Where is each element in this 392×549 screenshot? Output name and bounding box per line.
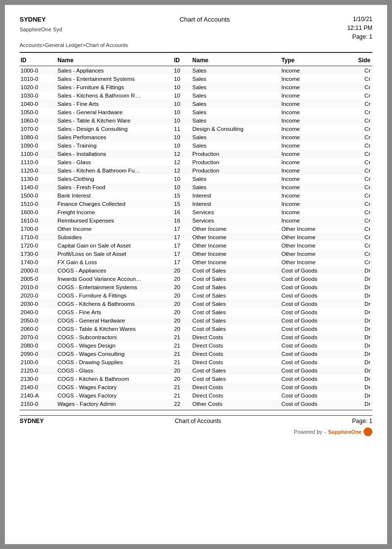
table-row: 1720-0Capital Gain on Sale of Asset17Oth… (20, 241, 372, 250)
cell-id1: 2140-0 (20, 383, 56, 391)
cell-name1: COGS - Subcontractors (56, 333, 173, 341)
cell-type: Income (280, 183, 348, 191)
table-row: 2030-0COGS - Kitchens & Bathrooms20Cost … (20, 299, 372, 308)
cell-id2: 10 (173, 141, 192, 150)
cell-type: Cost of Goods (280, 316, 348, 324)
cell-type: Income (280, 166, 348, 175)
cell-id2: 10 (173, 175, 192, 183)
cell-id1: 2020-0 (20, 291, 56, 299)
cell-id1: 1700-0 (20, 225, 56, 233)
cell-id1: 1110-0 (20, 158, 56, 166)
cell-id1: 1090-0 (20, 141, 56, 150)
cell-side: Cr (348, 200, 372, 208)
cell-type: Income (280, 66, 348, 75)
cell-name2: Direct Costs (192, 358, 281, 366)
cell-side: Dr (348, 291, 372, 299)
cell-side: Cr (348, 216, 372, 225)
cell-id2: 12 (173, 166, 192, 175)
cell-side: Cr (348, 83, 372, 91)
cell-side: Dr (348, 349, 372, 358)
cell-id2: 12 (173, 150, 192, 158)
cell-name1: Sales - Kitchen & Bathroom Fu… (56, 166, 173, 175)
cell-name1: Bank Interest (56, 191, 173, 200)
cell-name2: Sales (192, 100, 281, 108)
cell-id1: 1130-0 (20, 175, 56, 183)
cell-name1: COGS - Drawing Supplies (56, 358, 173, 366)
cell-name1: Sales - Fresh Food (56, 183, 173, 191)
cell-type: Cost of Goods (280, 358, 348, 366)
cell-side: Cr (348, 175, 372, 183)
cell-type: Income (280, 208, 348, 216)
cell-side: Cr (348, 225, 372, 233)
cell-name1: Sales - Table & Kitchen Ware (56, 116, 173, 125)
cell-name2: Interest (192, 200, 281, 208)
cell-id2: 15 (173, 200, 192, 208)
col-header-name1: Name (56, 55, 173, 66)
cell-id2: 17 (173, 241, 192, 250)
cell-type: Income (280, 100, 348, 108)
footer-report-title: Chart of Accounts (175, 418, 221, 424)
cell-id2: 11 (173, 125, 192, 133)
company-name: SYDNEY (20, 15, 62, 25)
subtitle: SapphireOne Syd (20, 25, 62, 34)
cell-name2: Other Costs (192, 399, 281, 408)
cell-name1: COGS - Wages Factory (56, 383, 173, 391)
cell-name1: COGS - Wages Factory (56, 391, 173, 399)
cell-type: Cost of Goods (280, 349, 348, 358)
cell-name2: Direct Costs (192, 383, 281, 391)
cell-id1: 1510-0 (20, 200, 56, 208)
cell-id1: 1070-0 (20, 125, 56, 133)
cell-type: Other Income (280, 241, 348, 250)
cell-type: Cost of Goods (280, 291, 348, 299)
cell-name2: Other Income (192, 250, 281, 258)
sapphireone-logo-icon (364, 427, 372, 436)
cell-side: Dr (348, 316, 372, 324)
table-body: 1000-0Sales - Appliances10SalesIncomeCr1… (20, 66, 372, 408)
cell-name1: COGS - Furniture & Fittings (56, 291, 173, 299)
cell-id2: 21 (173, 358, 192, 366)
cell-type: Cost of Goods (280, 341, 348, 349)
cell-name2: Cost of Sales (192, 316, 281, 324)
cell-name2: Other Income (192, 258, 281, 266)
table-header-row: ID Name ID Name Type Side (20, 55, 372, 66)
cell-type: Income (280, 158, 348, 166)
cell-id1: 1500-0 (20, 191, 56, 200)
cell-name1: COGS - Kitchen & Bathroom (56, 374, 173, 383)
cell-id2: 10 (173, 75, 192, 83)
cell-side: Dr (348, 341, 372, 349)
cell-id1: 2050-0 (20, 316, 56, 324)
cell-id1: 2060-0 (20, 324, 56, 333)
cell-side: Cr (348, 191, 372, 200)
header-divider-top (20, 52, 372, 53)
cell-name1: Inwards Good Variance Accoun… (56, 274, 173, 283)
cell-name2: Design & Consulting (192, 125, 281, 133)
table-row: 2090-0COGS - Wages Consulting21Direct Co… (20, 349, 372, 358)
cell-type: Income (280, 191, 348, 200)
cell-side: Cr (348, 141, 372, 150)
cell-name2: Sales (192, 116, 281, 125)
table-row: 2050-0COGS - General Hardware20Cost of S… (20, 316, 372, 324)
cell-name2: Direct Costs (192, 391, 281, 399)
cell-type: Income (280, 133, 348, 141)
cell-name1: COGS - Table & Kitchen Wares (56, 324, 173, 333)
cell-type: Cost of Goods (280, 308, 348, 316)
cell-type: Cost of Goods (280, 266, 348, 274)
cell-id2: 10 (173, 100, 192, 108)
table-row: 2040-0COGS - Fine Arts20Cost of SalesCos… (20, 308, 372, 316)
cell-name2: Cost of Sales (192, 283, 281, 291)
cell-side: Cr (348, 100, 372, 108)
cell-type: Cost of Goods (280, 333, 348, 341)
cell-id2: 10 (173, 116, 192, 125)
cell-type: Cost of Goods (280, 274, 348, 283)
cell-name1: Sales Perfomances (56, 133, 173, 141)
table-row: 2120-0COGS - Glass20Cost of SalesCost of… (20, 366, 372, 374)
cell-id2: 17 (173, 250, 192, 258)
cell-name1: COGS - Glass (56, 366, 173, 374)
table-row: 2150-0Wages - Factory Admin22Other Costs… (20, 399, 372, 408)
cell-type: Cost of Goods (280, 391, 348, 399)
cell-name2: Interest (192, 191, 281, 200)
cell-id1: 1140-0 (20, 183, 56, 191)
table-row: 2140-0COGS - Wages Factory21Direct Costs… (20, 383, 372, 391)
cell-name1: Profit/Loss on Sale of Asset (56, 250, 173, 258)
table-row: 1700-0Other Income17Other IncomeOther In… (20, 225, 372, 233)
